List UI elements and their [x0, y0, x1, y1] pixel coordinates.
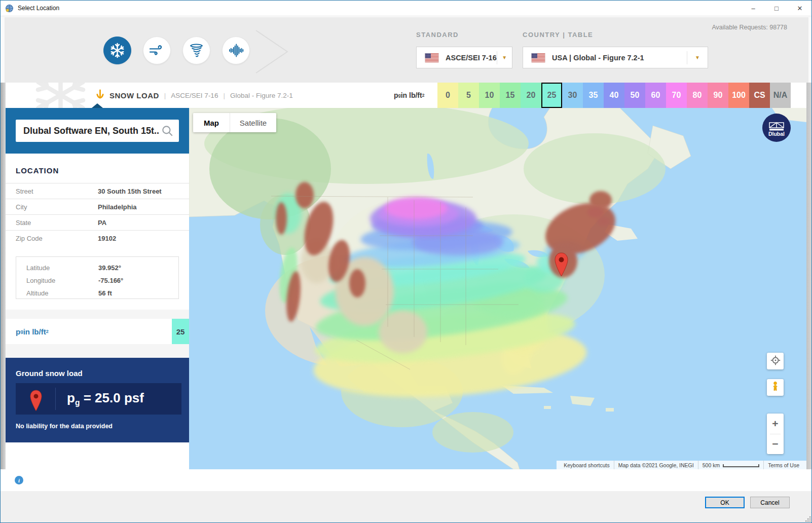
coord-label: Latitude	[26, 264, 98, 272]
legend-cell-30[interactable]: 30	[562, 83, 583, 108]
field-value: 19102	[98, 235, 116, 242]
snow-load-standard: ASCE/SEI 7-16	[171, 92, 218, 99]
coordinates-box: Latitude39.952°Longitude-75.166°Altitude…	[16, 256, 179, 299]
legend-cell-15[interactable]: 15	[500, 83, 521, 108]
country-table-value: USA | Global - Figure 7.2-1	[552, 54, 644, 62]
standard-dropdown[interactable]: ASCE/SEI 7-16 ▼	[416, 47, 512, 68]
search-input[interactable]	[22, 125, 161, 137]
search-icon[interactable]	[161, 124, 174, 137]
zoom-in-button[interactable]: +	[767, 414, 784, 434]
dlubal-logo[interactable]: Dlubal	[762, 114, 791, 142]
map-attribution: Keyboard shortcuts Map data ©2021 Google…	[557, 461, 806, 469]
legend-cell-10[interactable]: 10	[479, 83, 500, 108]
legend-cell-cs[interactable]: CS	[749, 83, 770, 108]
map-canvas[interactable]: Map Satellite Dlubal + − Keyboard shortc…	[189, 108, 806, 469]
header-panel: STANDARD ASCE/SEI 7-16 ▼ COUNTRY | TABLE…	[5, 17, 808, 83]
legend-cell-90[interactable]: 90	[708, 83, 728, 108]
ok-button[interactable]: OK	[705, 497, 745, 508]
map-graphic	[189, 108, 806, 469]
cancel-button[interactable]: Cancel	[750, 497, 790, 508]
right-gutter	[806, 83, 812, 490]
svg-text:Dlubal: Dlubal	[768, 131, 785, 137]
dialog-button-bar: OK Cancel	[1, 491, 812, 523]
field-label: Zip Code	[16, 235, 98, 242]
legend-cell-60[interactable]: 60	[645, 83, 666, 108]
maximize-icon[interactable]: □	[765, 1, 788, 16]
chevron-separator	[254, 28, 294, 75]
chevron-down-icon: ▼	[497, 55, 512, 60]
legend-cell-5[interactable]: 5	[458, 83, 479, 108]
legend-cell-50[interactable]: 50	[624, 83, 645, 108]
download-arrow-icon	[96, 89, 104, 101]
action-buttons	[6, 445, 189, 464]
location-field-row: StatePA	[6, 214, 189, 230]
standard-label: STANDARD	[416, 31, 459, 39]
chevron-down-icon: ▼	[687, 55, 708, 60]
location-marker-pin	[555, 252, 568, 277]
location-field-row: Zip Code19102	[6, 230, 189, 246]
ground-snow-load-panel: Ground snow load pg = 25.0 psf No liabil…	[6, 358, 189, 442]
locate-icon	[770, 355, 781, 368]
disclaimer: No liability for the data provided	[16, 423, 113, 430]
load-type-buttons	[103, 36, 250, 64]
location-field-row: CityPhiladelphia	[6, 199, 189, 214]
satellite-button[interactable]: Satellite	[230, 113, 276, 132]
legend-cell-70[interactable]: 70	[666, 83, 687, 108]
legend-cell-25[interactable]: 25	[541, 83, 562, 108]
my-location-button[interactable]	[767, 353, 784, 369]
snow-load-legend: 05101520253035405060708090100CSN/A	[437, 83, 791, 108]
pegman-icon	[770, 381, 781, 394]
snow-load-title: SNOW LOAD	[109, 91, 159, 100]
coordinate-row: Longitude-75.166°	[16, 274, 178, 287]
standard-value: ASCE/SEI 7-16	[446, 54, 497, 62]
coord-value: 56 ft	[98, 289, 112, 297]
seismic-icon	[228, 42, 244, 59]
legend-cell-35[interactable]: 35	[583, 83, 604, 108]
street-view-pegman[interactable]	[767, 379, 784, 396]
legend-cell-40[interactable]: 40	[604, 83, 624, 108]
location-title: LOCATION	[16, 166, 59, 175]
us-flag-icon	[425, 53, 439, 62]
field-value: 30 South 15th Street	[98, 188, 162, 195]
wind-icon	[149, 42, 165, 59]
coordinate-row: Latitude39.952°	[16, 262, 178, 274]
footer-bar: i	[1, 469, 812, 491]
seismic-load-button[interactable]	[222, 36, 250, 64]
map-scale: 500 km	[698, 462, 763, 468]
pg-unit-label: pg in lb/ft2	[16, 319, 49, 344]
field-label: Street	[16, 188, 98, 195]
tornado-load-button[interactable]	[182, 36, 210, 64]
coord-value: 39.952°	[98, 264, 121, 272]
snowflake-watermark-icon	[29, 83, 92, 108]
info-icon: i	[15, 476, 23, 484]
snow-load-button[interactable]	[103, 36, 131, 64]
terms-of-use-link[interactable]: Terms of Use	[764, 462, 803, 468]
coordinate-row: Altitude56 ft	[16, 287, 178, 300]
select-location-dialog: Select Location – □ ✕ STANDARD ASCE/SEI …	[0, 0, 812, 523]
zoom-out-button[interactable]: −	[767, 434, 784, 455]
result-box: pg = 25.0 psf	[16, 383, 181, 415]
map-button[interactable]: Map	[193, 113, 230, 132]
scale-bar	[723, 464, 759, 467]
title-bar: Select Location – □ ✕	[1, 1, 811, 16]
search-panel	[6, 108, 189, 154]
snow-load-bar: SNOW LOAD | ASCE/SEI 7-16 | Global - Fig…	[5, 83, 808, 108]
country-table-dropdown[interactable]: USA | Global - Figure 7.2-1 ▼	[523, 47, 708, 68]
wind-load-button[interactable]	[143, 36, 171, 64]
left-gutter	[1, 83, 6, 490]
minimize-icon[interactable]: –	[742, 1, 765, 16]
legend-cell-n-a[interactable]: N/A	[770, 83, 791, 108]
location-fields: Street30 South 15th StreetCityPhiladelph…	[6, 183, 189, 246]
keyboard-shortcuts-link[interactable]: Keyboard shortcuts	[560, 462, 613, 468]
field-value: PA	[98, 219, 106, 227]
legend-cell-20[interactable]: 20	[521, 83, 541, 108]
location-sidebar: LOCATION Street30 South 15th StreetCityP…	[6, 108, 189, 469]
resize-grip[interactable]	[804, 515, 811, 523]
legend-cell-0[interactable]: 0	[437, 83, 458, 108]
coord-value: -75.166°	[98, 277, 123, 284]
close-icon[interactable]: ✕	[788, 1, 811, 16]
map-type-toggle: Map Satellite	[193, 113, 276, 132]
legend-cell-80[interactable]: 80	[687, 83, 708, 108]
legend-cell-100[interactable]: 100	[728, 83, 749, 108]
coord-label: Altitude	[26, 289, 98, 297]
